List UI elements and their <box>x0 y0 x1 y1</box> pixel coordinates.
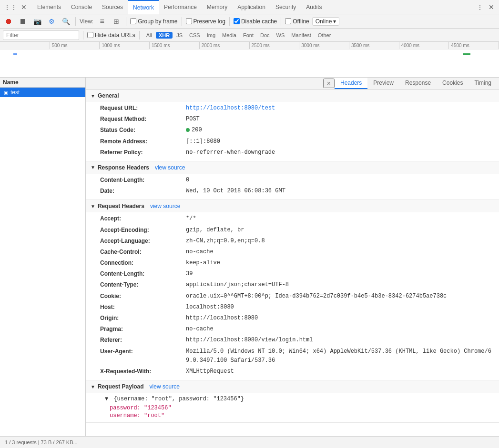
payload-obj: ▼ {username: "root", password: "123456"} <box>95 394 499 404</box>
cookie-row: Cookie: oracle.uix=0^^GMT+8:00^p; Idea-d… <box>95 291 499 302</box>
camera-button[interactable]: 📷 <box>31 16 43 27</box>
request-headers-header[interactable]: ▼ Request Headers view source <box>86 200 499 212</box>
online-button[interactable]: Online ▾ <box>312 17 340 26</box>
group-by-frame-input[interactable] <box>130 18 136 24</box>
general-section: ▼ General Request URL: http://localhost:… <box>86 90 499 161</box>
connection-row: Connection: keep-alive <box>95 258 499 269</box>
disable-cache-checkbox[interactable]: Disable cache <box>234 18 277 25</box>
devtools-menu-icon[interactable]: ⋮⋮ <box>5 1 16 13</box>
toolbar-separator-3 <box>182 17 182 26</box>
hide-data-urls-input[interactable] <box>87 32 93 38</box>
details-tabs: × Headers Preview Response Cookies Timin… <box>86 78 499 90</box>
tick-0 <box>0 42 50 49</box>
accept-encoding-row: Accept-Encoding: gzip, deflate, br <box>95 225 499 236</box>
response-headers-header[interactable]: ▼ Response Headers view source <box>86 161 499 174</box>
timeline-chart[interactable] <box>0 50 499 77</box>
details-tab-response[interactable]: Response <box>399 78 437 89</box>
request-url-row: Request URL: http://localhost:8080/test <box>95 103 499 114</box>
view-label: View: <box>80 18 93 25</box>
request-headers-view-source[interactable]: view source <box>150 203 180 209</box>
tab-sources[interactable]: Sources <box>97 0 128 14</box>
details-tab-headers[interactable]: Headers <box>335 78 367 89</box>
view-grid-icon[interactable]: ⊞ <box>111 16 122 27</box>
devtools-icon-group: ⋮⋮ ✕ <box>2 1 32 13</box>
user-agent-row: User-Agent: Mozilla/5.0 (Windows NT 10.0… <box>95 346 499 366</box>
response-headers-arrow-icon: ▼ <box>91 165 95 170</box>
requests-panel: Name ▣ test <box>0 78 86 436</box>
host-row: Host: localhost:8080 <box>95 302 499 313</box>
general-section-body: Request URL: http://localhost:8080/test … <box>86 102 499 161</box>
toolbar-separator-5 <box>281 17 281 26</box>
filter-type-img[interactable]: Img <box>204 32 218 39</box>
response-headers-section: ▼ Response Headers view source Content-L… <box>86 161 499 200</box>
disable-cache-input[interactable] <box>234 18 240 24</box>
devtools-tab-bar: ⋮⋮ ✕ Elements Console Sources Network Pe… <box>0 0 499 14</box>
filter-separator-1 <box>83 31 83 40</box>
tick-4: 2000 ms <box>200 42 250 49</box>
filter-button[interactable]: ⚙ <box>46 16 57 27</box>
content-type-row: Content-Type: application/json;charset=U… <box>95 279 499 290</box>
view-list-icon[interactable]: ≡ <box>96 16 108 27</box>
offline-checkbox[interactable]: Offline <box>285 18 309 25</box>
accept-language-row: Accept-Language: zh-CN,zh;q=0.9,en;q=0.8 <box>95 236 499 247</box>
requests-header: Name <box>0 78 85 88</box>
tab-console[interactable]: Console <box>66 0 97 14</box>
undock-icon[interactable]: ✕ <box>486 1 497 13</box>
request-item-test[interactable]: ▣ test <box>0 88 85 97</box>
response-headers-view-source[interactable]: view source <box>155 164 185 171</box>
status-bar: 1 / 3 requests | 73 B / 267 KB... <box>0 436 499 448</box>
tick-6: 3000 ms <box>299 42 349 49</box>
general-arrow-icon: ▼ <box>91 93 95 99</box>
filter-type-xhr[interactable]: XHR <box>156 32 173 39</box>
toolbar-separator-4 <box>229 17 230 26</box>
search-button[interactable]: 🔍 <box>60 16 71 27</box>
tab-memory[interactable]: Memory <box>202 0 233 14</box>
toolbar-separator-1 <box>75 17 76 26</box>
filter-type-js[interactable]: JS <box>173 32 185 39</box>
request-payload-header[interactable]: ▼ Request Payload view source <box>86 380 499 393</box>
filter-type-css[interactable]: CSS <box>186 32 203 39</box>
details-tab-timing[interactable]: Timing <box>468 78 497 89</box>
preserve-log-checkbox[interactable]: Preserve log <box>186 18 225 25</box>
remote-address-row: Remote Address: [::1]:8080 <box>95 136 499 147</box>
request-headers-section: ▼ Request Headers view source Accept: */… <box>86 200 499 380</box>
filter-type-all[interactable]: All <box>143 32 155 39</box>
accept-row: Accept: */* <box>95 213 499 224</box>
group-by-frame-checkbox[interactable]: Group by frame <box>130 18 177 25</box>
hide-data-urls-checkbox[interactable]: Hide data URLs <box>87 32 135 39</box>
details-tab-cookies[interactable]: Cookies <box>437 78 468 89</box>
filter-input[interactable] <box>3 30 79 40</box>
request-payload-section: ▼ Request Payload view source ▼ {usernam… <box>86 380 499 423</box>
request-payload-view-source[interactable]: view source <box>150 383 180 390</box>
details-close-button[interactable]: × <box>323 79 335 88</box>
record-button[interactable]: ⏺ <box>3 16 14 27</box>
pragma-row: Pragma: no-cache <box>95 324 499 335</box>
status-code-row: Status Code: 200 <box>95 125 499 136</box>
tab-elements[interactable]: Elements <box>32 0 66 14</box>
tab-security[interactable]: Security <box>271 0 301 14</box>
filter-type-media[interactable]: Media <box>219 32 239 39</box>
general-section-header[interactable]: ▼ General <box>86 90 499 102</box>
filter-type-doc[interactable]: Doc <box>257 32 273 39</box>
details-tab-preview[interactable]: Preview <box>367 78 399 89</box>
filter-type-other[interactable]: Other <box>315 32 334 39</box>
devtools-close-icon[interactable]: ✕ <box>18 1 30 13</box>
filter-types: All XHR JS CSS Img Media Font Doc WS Man… <box>143 32 334 39</box>
stop-button[interactable]: ⏹ <box>17 16 29 27</box>
tab-audits[interactable]: Audits <box>301 0 327 14</box>
network-toolbar: ⏺ ⏹ 📷 ⚙ 🔍 View: ≡ ⊞ Group by frame Prese… <box>0 14 499 29</box>
tab-performance[interactable]: Performance <box>159 0 202 14</box>
filter-type-manifest[interactable]: Manifest <box>288 32 314 39</box>
tab-network[interactable]: Network <box>128 0 159 14</box>
preserve-log-input[interactable] <box>186 18 192 24</box>
offline-input[interactable] <box>285 18 291 24</box>
tick-9: 4500 ms <box>449 42 499 49</box>
request-payload-arrow-icon: ▼ <box>91 384 95 389</box>
requests-list: ▣ test <box>0 88 85 436</box>
filter-type-font[interactable]: Font <box>240 32 256 39</box>
more-options-icon[interactable]: ⋮ <box>474 1 486 13</box>
payload-expand-icon[interactable]: ▼ <box>105 396 108 402</box>
filter-type-ws[interactable]: WS <box>274 32 288 39</box>
tab-application[interactable]: Application <box>233 0 271 14</box>
x-requested-with-row: X-Requested-With: XMLHttpRequest <box>95 366 499 377</box>
